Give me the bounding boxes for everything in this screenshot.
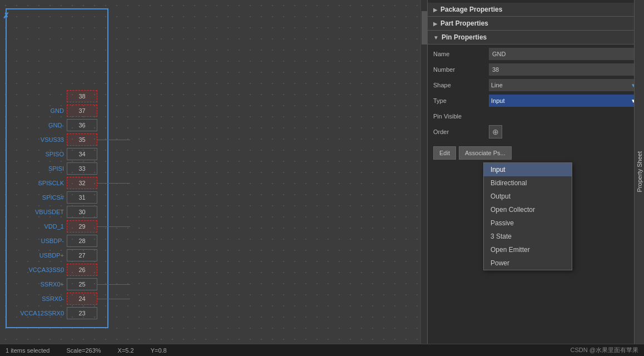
type-option-output-item[interactable]: Output <box>484 190 572 203</box>
pin-label: GND- <box>0 122 67 128</box>
part-properties-header[interactable]: ▶ Part Properties <box>428 17 644 31</box>
pin-number-box[interactable]: 25 <box>67 278 97 290</box>
edit-button[interactable]: Edit <box>433 146 456 160</box>
package-properties-title: Package Properties <box>440 6 502 13</box>
pin-number-box[interactable]: 34 <box>67 148 97 160</box>
order-box: ⊕ <box>489 125 502 139</box>
type-option-open-collector-item[interactable]: Open Collector <box>484 203 572 216</box>
pin-label: USBDP+ <box>0 252 67 259</box>
property-sheet-tab[interactable]: Property Sheet <box>634 0 644 344</box>
type-option-input-item[interactable]: Input <box>484 163 572 176</box>
pin-properties-section: Name GND Number 38 Shape Line <box>428 44 644 162</box>
type-dropdown-wrapper[interactable]: Input Bidirectional Output Open Collecto… <box>489 95 638 107</box>
pin-number-box[interactable]: 36 <box>67 119 97 131</box>
type-label: Type <box>433 97 489 104</box>
canvas-area[interactable]: ✗ 38GND37GND-36VSUS3335SPISO34SPISI33SPI… <box>0 0 427 344</box>
order-label: Order <box>433 128 489 135</box>
part-arrow-icon: ▶ <box>433 21 438 27</box>
status-x: X=5.2 <box>118 347 134 354</box>
type-option-power-item[interactable]: Power <box>484 256 572 270</box>
pin-label: VBUSDET <box>0 209 67 215</box>
pin-label: VCCA12SSRX0 <box>0 310 67 317</box>
pin-number-box[interactable]: 38 <box>67 90 97 102</box>
status-selected: 1 items selected <box>6 347 49 354</box>
associate-button[interactable]: Associate Ps... <box>459 146 512 160</box>
canvas-scrollbar[interactable] <box>420 0 427 344</box>
pin-number-box[interactable]: 35 <box>67 134 97 146</box>
pin-row: SPISI33 <box>0 161 222 176</box>
pin-row: VSUS3335 <box>0 132 222 147</box>
pin-label: VDD_1 <box>0 223 67 230</box>
pin-visible-row: Pin Visible <box>433 110 638 123</box>
type-option-bidirectional-item[interactable]: Bidirectional <box>484 176 572 190</box>
property-sheet-tab-label: Property Sheet <box>636 151 643 192</box>
panel-content[interactable]: ▶ Package Properties ▶ Part Properties ▼… <box>428 0 644 344</box>
pin-row: 38 <box>0 89 222 103</box>
pin-number-box[interactable]: 27 <box>67 249 97 261</box>
pin-label: SPISCLK <box>0 180 67 186</box>
status-brand: CSDN @水果里面有苹果 <box>571 346 638 354</box>
pin-row: VBUSDET30 <box>0 205 222 219</box>
scrollbar-thumb[interactable] <box>422 11 427 44</box>
pin-row: VDD_129 <box>0 219 222 234</box>
number-value: 38 <box>489 63 638 76</box>
pin-row: VCCA12SSRX023 <box>0 306 222 320</box>
pin-row: SPICS#31 <box>0 190 222 205</box>
pin-row: SPISO34 <box>0 147 222 161</box>
type-dropdown[interactable]: Input Bidirectional Output Open Collecto… <box>489 95 638 107</box>
order-icon: ⊕ <box>492 127 499 136</box>
pin-label: SPISO <box>0 151 67 157</box>
status-scale: Scale=263% <box>66 347 101 354</box>
type-option-3state-item[interactable]: 3 State <box>484 230 572 243</box>
shape-dropdown[interactable]: Line <box>489 79 638 91</box>
type-option-open-emitter-item[interactable]: Open Emitter <box>484 243 572 256</box>
pin-number-box[interactable]: 29 <box>67 220 97 233</box>
type-option-passive-item[interactable]: Passive <box>484 216 572 230</box>
part-properties-title: Part Properties <box>440 19 488 27</box>
pins-container: 38GND37GND-36VSUS3335SPISO34SPISI33SPISC… <box>0 89 222 320</box>
pin-number-box[interactable]: 32 <box>67 177 97 189</box>
pin-number-box[interactable]: 24 <box>67 293 97 305</box>
pin-label: SPISI <box>0 165 67 172</box>
status-bar: 1 items selected Scale=263% X=5.2 Y=0.8 … <box>0 344 644 356</box>
pin-row: SPISCLK32 <box>0 176 222 190</box>
package-properties-header[interactable]: ▶ Package Properties <box>428 3 644 17</box>
right-panel: ▶ Package Properties ▶ Part Properties ▼… <box>427 0 644 344</box>
name-label: Name <box>433 51 489 57</box>
type-row: Type Input Bidirectional Output Open Col… <box>433 94 638 107</box>
pin-number-box[interactable]: 33 <box>67 162 97 175</box>
pin-properties-header[interactable]: ▼ Pin Properties <box>428 31 644 44</box>
pin-number-box[interactable]: 26 <box>67 264 97 276</box>
pin-number-box[interactable]: 30 <box>67 206 97 218</box>
pin-number-box[interactable]: 37 <box>67 105 97 117</box>
pin-visible-label: Pin Visible <box>433 113 489 120</box>
pin-row: GND-36 <box>0 118 222 132</box>
pin-arrow-icon: ▼ <box>433 34 439 41</box>
pin-label: SSRX0+ <box>0 281 67 288</box>
pin-label: SSRX0- <box>0 295 67 302</box>
pin-number-box[interactable]: 28 <box>67 235 97 247</box>
pin-number-box[interactable]: 23 <box>67 307 97 319</box>
pin-label: GND <box>0 107 67 114</box>
number-label: Number <box>433 66 489 73</box>
package-arrow-icon: ▶ <box>433 7 438 13</box>
pin-properties-title: Pin Properties <box>442 33 487 41</box>
name-row: Name GND <box>433 47 638 61</box>
pin-label: VCCA33SS0 <box>0 266 67 273</box>
pin-label: SPICS# <box>0 194 67 201</box>
name-value: GND <box>489 48 638 60</box>
pin-label: USBDP- <box>0 238 67 244</box>
shape-label: Shape <box>433 82 489 88</box>
panel-buttons: Edit Associate Ps... <box>428 144 644 162</box>
shape-dropdown-wrapper[interactable]: Line ▼ <box>489 79 638 91</box>
pin-row: GND37 <box>0 103 222 118</box>
pin-label: VSUS33 <box>0 136 67 143</box>
pin-number-box[interactable]: 31 <box>67 191 97 204</box>
pin-row: VCCA33SS026 <box>0 263 222 277</box>
status-y: Y=0.8 <box>151 347 167 354</box>
number-row: Number 38 <box>433 63 638 76</box>
pin-row: SSRX0-24 <box>0 291 222 306</box>
type-dropdown-popup[interactable]: Input Bidirectional Output Open Collecto… <box>483 162 572 270</box>
pin-row: USBDP-28 <box>0 234 222 248</box>
shape-row: Shape Line ▼ <box>433 78 638 92</box>
